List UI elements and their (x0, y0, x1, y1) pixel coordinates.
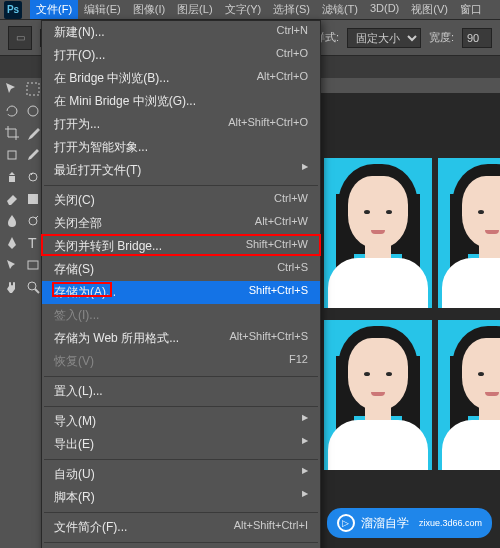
healing-tool[interactable] (2, 144, 22, 166)
menu-文字y[interactable]: 文字(Y) (219, 0, 268, 19)
menu-item[interactable]: 文件简介(F)...Alt+Shift+Ctrl+I (42, 516, 320, 539)
menu-item[interactable]: 置入(L)... (42, 380, 320, 403)
menu-滤镜t[interactable]: 滤镜(T) (316, 0, 364, 19)
menu-窗口[interactable]: 窗口 (454, 0, 488, 19)
menu-item[interactable]: 自动(U) (42, 463, 320, 486)
blur-tool[interactable] (2, 210, 22, 232)
menu-item[interactable]: 最近打开文件(T) (42, 159, 320, 182)
svg-point-1 (28, 106, 38, 116)
svg-text:T: T (28, 235, 37, 251)
photo-grid (324, 158, 500, 470)
menu-item[interactable]: 在 Bridge 中浏览(B)...Alt+Ctrl+O (42, 67, 320, 90)
eraser-tool[interactable] (2, 188, 22, 210)
menu-separator (44, 185, 318, 186)
menu-选择s[interactable]: 选择(S) (267, 0, 316, 19)
width-label: 宽度: (429, 30, 454, 45)
menu-item[interactable]: 打开为...Alt+Shift+Ctrl+O (42, 113, 320, 136)
lasso-tool[interactable] (2, 100, 22, 122)
menu-item[interactable]: 导出(E) (42, 433, 320, 456)
menu-item: 签入(I)... (42, 304, 320, 327)
menu-图像i[interactable]: 图像(I) (127, 0, 171, 19)
id-photo (438, 320, 500, 470)
menu-item[interactable]: 关闭全部Alt+Ctrl+W (42, 212, 320, 235)
pen-tool[interactable] (2, 232, 22, 254)
clone-stamp-tool[interactable] (2, 166, 22, 188)
menu-item: 恢复(V)F12 (42, 350, 320, 373)
move-tool[interactable] (2, 78, 22, 100)
watermark-text: 溜溜自学 (361, 515, 409, 532)
menu-separator (44, 406, 318, 407)
menu-编辑e[interactable]: 编辑(E) (78, 0, 127, 19)
menu-separator (44, 542, 318, 543)
id-photo (324, 158, 432, 308)
play-icon: ▷ (337, 514, 355, 532)
menu-item[interactable]: 导入(M) (42, 410, 320, 433)
menu-item[interactable]: 打开(O)...Ctrl+O (42, 44, 320, 67)
menu-item[interactable]: 关闭并转到 Bridge...Shift+Ctrl+W (42, 235, 320, 258)
svg-rect-2 (8, 151, 16, 159)
hand-tool[interactable] (2, 276, 22, 298)
watermark: ▷ 溜溜自学 zixue.3d66.com (327, 508, 492, 538)
menu-item[interactable]: 关闭(C)Ctrl+W (42, 189, 320, 212)
watermark-url: zixue.3d66.com (419, 518, 482, 528)
tools-panel: T (0, 78, 44, 548)
menu-item[interactable]: 存储(S)Ctrl+S (42, 258, 320, 281)
menu-separator (44, 459, 318, 460)
path-selection-tool[interactable] (2, 254, 22, 276)
menu-图层l[interactable]: 图层(L) (171, 0, 218, 19)
menu-文件f[interactable]: 文件(F) (30, 0, 78, 19)
menubar: Ps 文件(F)编辑(E)图像(I)图层(L)文字(Y)选择(S)滤镜(T)3D… (0, 0, 500, 20)
file-menu-dropdown: 新建(N)...Ctrl+N打开(O)...Ctrl+O在 Bridge 中浏览… (41, 20, 321, 548)
menu-separator (44, 512, 318, 513)
menu-item[interactable]: 存储为 Web 所用格式...Alt+Shift+Ctrl+S (42, 327, 320, 350)
menu-视图v[interactable]: 视图(V) (405, 0, 454, 19)
svg-rect-0 (27, 83, 39, 95)
menu-separator (44, 376, 318, 377)
menu-item[interactable]: 打开为智能对象... (42, 136, 320, 159)
id-photo (438, 158, 500, 308)
menu-item[interactable]: 脚本(R) (42, 486, 320, 509)
menu-3dd[interactable]: 3D(D) (364, 0, 405, 19)
tool-preset-icon[interactable]: ▭ (8, 26, 32, 50)
menu-item[interactable]: 存储为(A)...Shift+Ctrl+S (42, 281, 320, 304)
id-photo (324, 320, 432, 470)
crop-tool[interactable] (2, 122, 22, 144)
menu-item[interactable]: 在 Mini Bridge 中浏览(G)... (42, 90, 320, 113)
svg-rect-3 (28, 194, 38, 204)
menu-item[interactable]: 新建(N)...Ctrl+N (42, 21, 320, 44)
width-input[interactable] (462, 28, 492, 48)
svg-point-7 (28, 282, 36, 290)
svg-rect-6 (28, 261, 38, 269)
app-logo: Ps (4, 1, 22, 19)
style-select[interactable]: 固定大小 (347, 28, 421, 48)
